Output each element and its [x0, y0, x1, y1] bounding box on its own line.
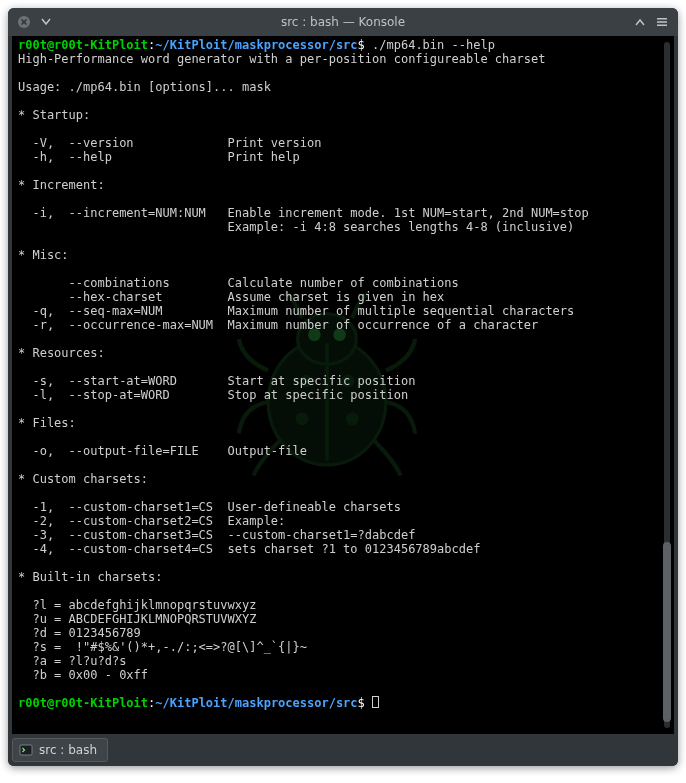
- output-line: -s, --start-at=WORD Start at specific po…: [18, 374, 415, 388]
- output-line: * Custom charsets:: [18, 472, 148, 486]
- output-line: ?s = !"#$%&'()*+,-./:;<=>?@[\]^_`{|}~: [18, 640, 307, 654]
- output-line: -r, --occurrence-max=NUM Maximum number …: [18, 318, 538, 332]
- output-line: * Resources:: [18, 346, 105, 360]
- maximize-button[interactable]: [632, 14, 648, 30]
- scrollbar-thumb[interactable]: [663, 542, 671, 722]
- output-line: -4, --custom-charset4=CS sets charset ?1…: [18, 542, 480, 556]
- output-line: -o, --output-file=FILE Output-file: [18, 444, 307, 458]
- output-line: * Files:: [18, 416, 76, 430]
- command-text: ./mp64.bin --help: [372, 38, 495, 52]
- terminal-output: r00t@r00t-KitPloit:~/KitPloit/maskproces…: [12, 36, 674, 712]
- output-line: ?l = abcdefghijklmnopqrstuvwxyz: [18, 598, 256, 612]
- output-line: -V, --version Print version: [18, 136, 321, 150]
- output-line: --combinations Calculate number of combi…: [18, 276, 459, 290]
- output-line: ?a = ?l?u?d?s: [18, 654, 126, 668]
- svg-rect-3: [657, 25, 667, 27]
- output-line: * Built-in charsets:: [18, 570, 163, 584]
- output-line: -2, --custom-charset2=CS Example:: [18, 514, 285, 528]
- output-line: * Misc:: [18, 248, 69, 262]
- output-line: -q, --seq-max=NUM Maximum number of mult…: [18, 304, 574, 318]
- close-button[interactable]: [16, 14, 32, 30]
- prompt-symbol: $: [358, 38, 365, 52]
- output-line: -h, --help Print help: [18, 150, 300, 164]
- output-line: * Startup:: [18, 108, 90, 122]
- output-line: ?d = 0123456789: [18, 626, 141, 640]
- terminal-scrollbar[interactable]: [662, 42, 672, 728]
- tab-label: src : bash: [39, 743, 97, 757]
- tabbar: src : bash: [8, 734, 678, 766]
- svg-rect-2: [657, 21, 667, 23]
- output-line: -l, --stop-at=WORD Stop at specific posi…: [18, 388, 408, 402]
- svg-rect-13: [20, 745, 32, 755]
- prompt-user-host: r00t@r00t-KitPloit: [18, 38, 148, 52]
- prompt-symbol: $: [358, 696, 365, 710]
- output-line: Example: -i 4:8 searches lengths 4-8 (in…: [18, 220, 574, 234]
- prompt-path: ~/KitPloit/maskprocessor/src: [155, 696, 357, 710]
- konsole-window: src : bash — Konsole: [8, 8, 678, 766]
- menu-button[interactable]: [654, 14, 670, 30]
- output-line: High-Performance word generator with a p…: [18, 52, 545, 66]
- output-line: -i, --increment=NUM:NUM Enable increment…: [18, 206, 589, 220]
- terminal-area[interactable]: r00t@r00t-KitPloit:~/KitPloit/maskproces…: [12, 36, 674, 734]
- terminal-icon: [19, 743, 33, 757]
- output-line: --hex-charset Assume charset is given in…: [18, 290, 444, 304]
- tab-src-bash[interactable]: src : bash: [12, 738, 108, 762]
- prompt-path: ~/KitPloit/maskprocessor/src: [155, 38, 357, 52]
- prompt-line-1: r00t@r00t-KitPloit:~/KitPloit/maskproces…: [18, 38, 495, 52]
- svg-rect-1: [657, 18, 667, 20]
- output-line: * Increment:: [18, 178, 105, 192]
- window-title: src : bash — Konsole: [8, 15, 678, 29]
- output-line: Usage: ./mp64.bin [options]... mask: [18, 80, 271, 94]
- output-line: ?b = 0x00 - 0xff: [18, 668, 148, 682]
- prompt-line-2: r00t@r00t-KitPloit:~/KitPloit/maskproces…: [18, 696, 379, 710]
- titlebar: src : bash — Konsole: [8, 8, 678, 36]
- output-line: ?u = ABCDEFGHIJKLMNOPQRSTUVWXYZ: [18, 612, 256, 626]
- output-line: -1, --custom-charset1=CS User-defineable…: [18, 500, 401, 514]
- minimize-button[interactable]: [38, 14, 54, 30]
- prompt-user-host: r00t@r00t-KitPloit: [18, 696, 148, 710]
- output-line: -3, --custom-charset3=CS --custom-charse…: [18, 528, 415, 542]
- cursor: [372, 696, 379, 708]
